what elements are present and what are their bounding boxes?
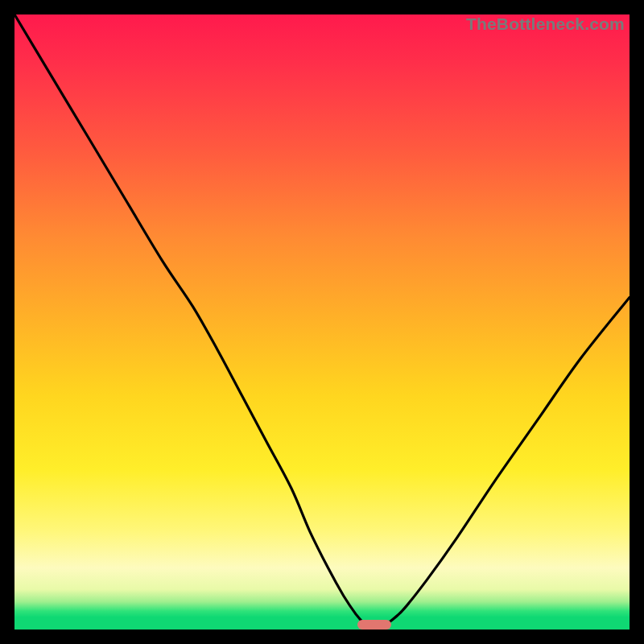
chart-frame: TheBottleneck.com [0, 0, 644, 644]
plot-area: TheBottleneck.com [14, 14, 630, 630]
bottleneck-curve [14, 14, 630, 630]
optimal-marker [357, 620, 391, 630]
curve-path [14, 14, 630, 630]
